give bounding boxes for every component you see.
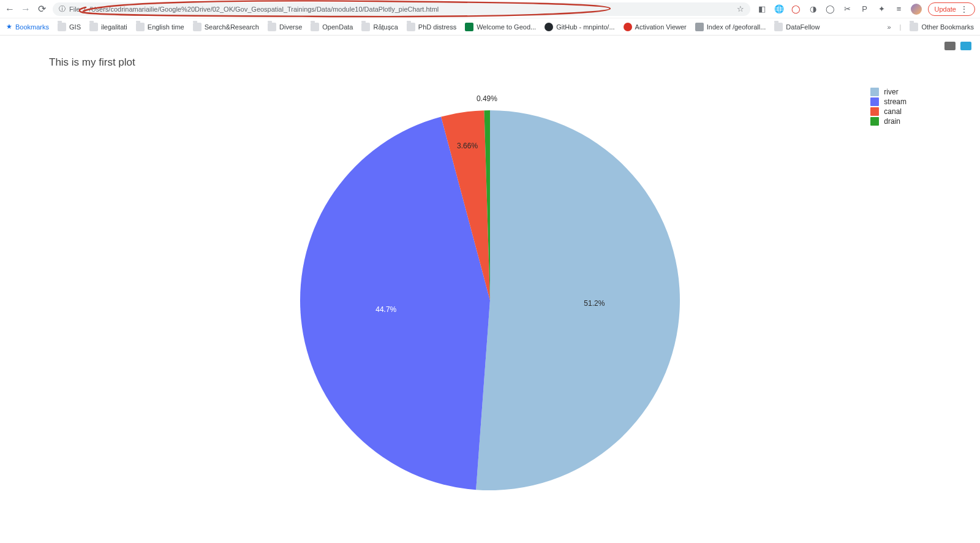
pie-slice-river[interactable] [476,110,680,490]
favicon [624,23,632,31]
bookmarks-bar: ★BookmarksGISilegalitatiEnglish timeSear… [0,18,980,36]
plot-title: This is my first plot [49,56,135,69]
legend-item-drain[interactable]: drain [870,117,907,126]
menu-kebab-icon[interactable]: ⋮ [960,5,968,13]
extension-icon-5[interactable]: P [859,4,870,15]
folder-icon [361,23,370,31]
extension-icons: ◧ 🌐 ◯ ◑ ◯ ✂ P ✦ ≡ Update ⋮ [756,2,975,16]
folder-icon [58,23,66,31]
bookmark-item-0[interactable]: ★Bookmarks [6,23,49,31]
folder-icon [193,23,202,31]
bookmark-label: DataFellow [786,23,820,31]
legend-swatch [870,88,879,96]
bookmark-label: Welcome to Geod... [477,23,536,31]
bookmark-item-7[interactable]: Rățușca [361,23,398,31]
bookmark-label: ilegalitati [101,23,127,31]
folder-icon [774,23,783,31]
plot-area: This is my first plot 51.2%44.7%3.66%0.4… [0,36,980,543]
bookmark-item-12[interactable]: Index of /geoforall... [695,23,766,31]
pie-chart[interactable]: 51.2%44.7%3.66%0.49% [276,86,704,515]
bookmark-label: English time [148,23,184,31]
address-bar[interactable]: ⓘ File | /Users/codrinamariailie/Google%… [53,2,750,16]
bookmark-label: Activation Viewer [635,23,687,31]
bookmark-label: GitHub - mnpinto/... [556,23,614,31]
extension-icon-4[interactable]: ✂ [842,4,853,15]
pie-label-drain: 0.49% [477,94,497,103]
favicon [695,23,704,31]
bookmark-label: Bookmarks [15,23,49,31]
modebar-button-1[interactable] [944,42,956,50]
folder-icon [136,23,145,31]
extensions-puzzle-icon[interactable]: ✦ [876,4,888,15]
address-bar-wrap: ⓘ File | /Users/codrinamariailie/Google%… [53,2,750,16]
bookmarks-overflow[interactable]: » [887,23,891,31]
translate-icon[interactable]: 🌐 [774,4,785,15]
profile-avatar[interactable] [911,4,922,15]
extension-icon-3[interactable]: ◯ [825,4,836,15]
bookmark-label: Rățușca [373,23,398,31]
bookmark-item-8[interactable]: PhD distress [407,23,456,31]
plotly-modebar [944,42,971,50]
update-button[interactable]: Update ⋮ [928,2,975,16]
legend-label: river [884,88,898,96]
bookmark-star-icon[interactable]: ☆ [737,4,744,13]
other-bookmarks[interactable]: Other Bookmarks [910,23,974,31]
bookmark-label: GIS [69,23,81,31]
legend-swatch [870,117,879,126]
folder-icon [311,23,319,31]
bookmark-item-5[interactable]: Diverse [268,23,302,31]
bookmark-label: Diverse [279,23,302,31]
folder-icon: ★ [6,23,12,31]
pie-label-river: 51.2% [584,299,605,308]
legend-swatch [870,97,879,106]
folder-icon [268,23,276,31]
reading-list-icon[interactable]: ≡ [894,4,905,15]
browser-toolbar: ← → ⟳ ⓘ File | /Users/codrinamariailie/G… [0,0,980,18]
bookmark-label: PhD distress [418,23,456,31]
back-button[interactable]: ← [5,4,15,14]
legend[interactable]: riverstreamcanaldrain [870,88,907,127]
folder-icon [89,23,98,31]
bookmark-item-3[interactable]: English time [136,23,184,31]
url-prefix: File [69,6,80,13]
legend-label: stream [884,97,907,106]
bookmark-item-1[interactable]: GIS [58,23,81,31]
bookmark-item-2[interactable]: ilegalitati [89,23,127,31]
bookmark-label: Index of /geoforall... [707,23,766,31]
update-label: Update [935,6,956,13]
forward-button[interactable]: → [21,4,31,14]
site-info-icon[interactable]: ⓘ [59,4,66,13]
url-separator: | [84,6,86,13]
bookmark-item-10[interactable]: GitHub - mnpinto/... [545,23,614,31]
bookmark-item-11[interactable]: Activation Viewer [624,23,687,31]
legend-label: drain [884,117,900,126]
bookmark-label: Search&Research [205,23,259,31]
bookmark-item-9[interactable]: Welcome to Geod... [465,23,536,31]
folder-icon [910,23,918,31]
url-path: /Users/codrinamariailie/Google%20Drive/0… [89,6,439,13]
extension-icon-2[interactable]: ◑ [808,4,819,15]
bookmark-item-4[interactable]: Search&Research [193,23,259,31]
modebar-button-2[interactable] [960,42,971,50]
bookmark-label: OpenData [322,23,353,31]
extension-icon-1[interactable]: ◧ [756,4,767,15]
reload-button[interactable]: ⟳ [37,4,47,14]
other-bookmarks-label: Other Bookmarks [921,23,974,31]
legend-item-stream[interactable]: stream [870,97,907,106]
pie-label-canal: 3.66% [457,142,478,150]
bookmarks-divider: | [900,23,902,31]
bookmark-item-13[interactable]: DataFellow [774,23,820,31]
legend-item-canal[interactable]: canal [870,107,907,116]
legend-label: canal [884,107,902,116]
bookmark-item-6[interactable]: OpenData [311,23,353,31]
folder-icon [407,23,415,31]
legend-item-river[interactable]: river [870,88,907,96]
opera-icon[interactable]: ◯ [791,4,802,15]
legend-swatch [870,107,879,116]
favicon [545,23,553,31]
pie-label-stream: 44.7% [375,305,396,314]
favicon [465,23,473,31]
